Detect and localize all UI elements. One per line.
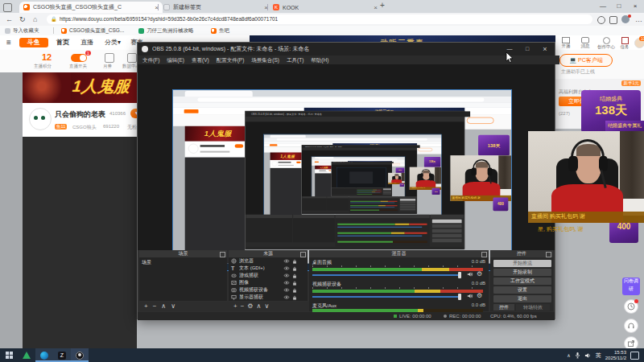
window-close-button[interactable]: × [628, 0, 642, 13]
nav-live[interactable]: 直播 [80, 35, 93, 50]
clock[interactable]: 15:53 2025/11/2 [605, 350, 626, 361]
menu-profile[interactable]: 配置文件(P) [217, 56, 245, 64]
coupon-icon[interactable] [105, 53, 114, 63]
scene-down-icon[interactable]: ∨ [171, 302, 180, 310]
survey-float-button[interactable]: 问卷调研 [622, 278, 640, 295]
refresh-icon[interactable]: ↻ [19, 13, 26, 26]
obs-titlebar[interactable]: OBS 25.0.8 (64-bit, windows) - 配置文件: 未命名… [138, 43, 555, 56]
volume-slider-handle[interactable] [458, 272, 461, 278]
scene-up-icon[interactable]: ∧ [161, 302, 171, 310]
nav-creator-center[interactable]: 创作中心 [596, 37, 617, 50]
obs-close-button[interactable]: × [537, 43, 553, 56]
remove-scene-icon[interactable]: − [153, 302, 162, 310]
action-center-icon[interactable] [630, 352, 639, 360]
history-float-button[interactable] [624, 299, 638, 314]
source-row[interactable]: 图像 [229, 279, 308, 286]
settings-menu-icon[interactable]: … [635, 13, 642, 26]
menu-file[interactable]: 文件(F) [142, 56, 159, 64]
tray-expand-icon[interactable]: ∧ [567, 352, 570, 358]
nav-start-stream[interactable]: 开播 [557, 37, 575, 49]
menu-icon[interactable]: ≡ [6, 35, 11, 50]
browser-tab-1[interactable]: CSGO狼头直播_CSGO狼头直播_C × [19, 2, 163, 13]
tab-actions-icon[interactable] [3, 3, 12, 12]
eye-icon[interactable] [283, 281, 290, 285]
bookmark-guide[interactable]: 刀仔三角洲持械攻略 [138, 26, 194, 35]
volume-slider[interactable] [312, 274, 460, 276]
ime-indicator[interactable]: 英 [596, 352, 601, 360]
eye-icon[interactable] [283, 266, 290, 270]
source-row[interactable]: 视频捕获设备 [229, 286, 308, 294]
streamer-avatar[interactable] [29, 108, 52, 130]
source-properties-icon[interactable]: ⚙ [247, 302, 256, 310]
display-capture-source[interactable]: 动听三重奏 1人鬼服 138天 OBS 25.0.8 (64-bit, wind… [172, 89, 512, 271]
popout-icon[interactable] [300, 252, 306, 257]
exit-button[interactable]: 退出 [493, 295, 551, 302]
source-up-icon[interactable]: ∧ [257, 302, 265, 310]
scene-item[interactable]: 场景 [139, 257, 227, 268]
lock-icon[interactable] [292, 259, 297, 264]
bookmark-import[interactable]: 导入收藏夹 [5, 26, 39, 35]
settings-button[interactable]: 设置 [493, 286, 551, 294]
browser-tab-2[interactable]: 新建标签页 × [159, 2, 272, 13]
add-source-icon[interactable]: + [233, 302, 241, 310]
taskbar-app-edge[interactable] [35, 348, 53, 362]
address-bar[interactable]: 🔒 https://www.douyu.com/beta/6959154?dys… [47, 14, 592, 24]
lock-icon[interactable] [292, 266, 297, 271]
source-row[interactable]: 游戏捕获 [229, 272, 308, 279]
taskbar-app-obs[interactable] [71, 348, 89, 362]
nav-category[interactable]: 分类▾ [105, 35, 121, 50]
lock-icon[interactable] [292, 288, 297, 293]
window-maximize-button[interactable]: □ [612, 0, 626, 13]
category-label[interactable]: CSGO狼头 [72, 124, 97, 131]
nav-home[interactable]: 首页 [56, 35, 69, 50]
lock-icon[interactable] [292, 295, 297, 300]
eye-icon[interactable] [283, 288, 290, 292]
menu-tools[interactable]: 工具(T) [287, 56, 303, 64]
popout-icon[interactable] [546, 252, 551, 257]
live-switch-toggle[interactable] [71, 54, 87, 62]
back-icon[interactable]: ← [6, 13, 13, 26]
dock-tab-controls[interactable]: 控件 [493, 304, 514, 311]
start-button[interactable] [0, 348, 18, 362]
popout-icon[interactable] [481, 252, 487, 257]
lock-icon[interactable] [292, 281, 297, 286]
bookmark-douyu[interactable]: CSGO狼头直播_CSG... [61, 26, 124, 35]
source-row[interactable]: T 文本 (GDI+) [229, 265, 308, 272]
speaker-icon[interactable] [467, 271, 473, 278]
start-recording-button[interactable]: 开始录制 [493, 269, 551, 276]
home-icon[interactable]: ⌂ [33, 13, 37, 26]
support-float-button[interactable] [624, 319, 638, 333]
source-row[interactable]: 浏览器 [229, 257, 308, 265]
eye-icon[interactable] [283, 259, 290, 263]
add-scene-icon[interactable]: + [144, 302, 153, 310]
eye-icon[interactable] [283, 295, 290, 299]
start-streaming-button[interactable]: 开始推流 [493, 260, 551, 267]
dock-tab-transitions[interactable]: 转场特效 [516, 304, 550, 311]
window-minimize-button[interactable]: — [596, 0, 610, 13]
new-tab-button[interactable]: + [380, 1, 385, 10]
menu-help[interactable]: 帮助(H) [311, 56, 328, 64]
speaker-tray-icon[interactable] [584, 352, 592, 359]
nav-tasks[interactable]: 任务 [617, 37, 633, 50]
popout-icon[interactable] [220, 252, 225, 257]
bookmark-yuba[interactable]: 鱼吧 [211, 26, 229, 35]
obs-maximize-button[interactable]: □ [519, 43, 535, 56]
data-center-icon[interactable] [127, 53, 137, 63]
volume-slider-handle[interactable] [458, 294, 461, 300]
lock-icon[interactable] [292, 274, 297, 278]
pc-client-button[interactable]: 💻 PC客户端 [559, 54, 613, 67]
studio-mode-button[interactable]: 工作室模式 [493, 278, 551, 285]
douyu-logo[interactable]: 斗鱼 [19, 38, 48, 47]
menu-edit[interactable]: 编辑(E) [167, 56, 184, 64]
channel-settings-icon[interactable]: ⚙ [477, 292, 482, 299]
source-row[interactable]: 显示器捕获 [229, 294, 308, 301]
browser-tab-3[interactable]: K KOOK × [269, 2, 382, 13]
volume-slider[interactable] [312, 296, 460, 298]
extensions-icon[interactable] [609, 16, 617, 24]
channel-settings-icon[interactable]: ⚙ [477, 270, 482, 278]
nav-messages[interactable]: 消息 [576, 37, 594, 49]
obs-preview-area[interactable]: 动听三重奏 1人鬼服 138天 OBS 25.0.8 (64-bit, wind… [138, 64, 555, 250]
video-player-area[interactable] [23, 137, 137, 348]
tab-close-icon[interactable]: × [374, 4, 378, 11]
microphone-icon[interactable] [575, 352, 580, 359]
